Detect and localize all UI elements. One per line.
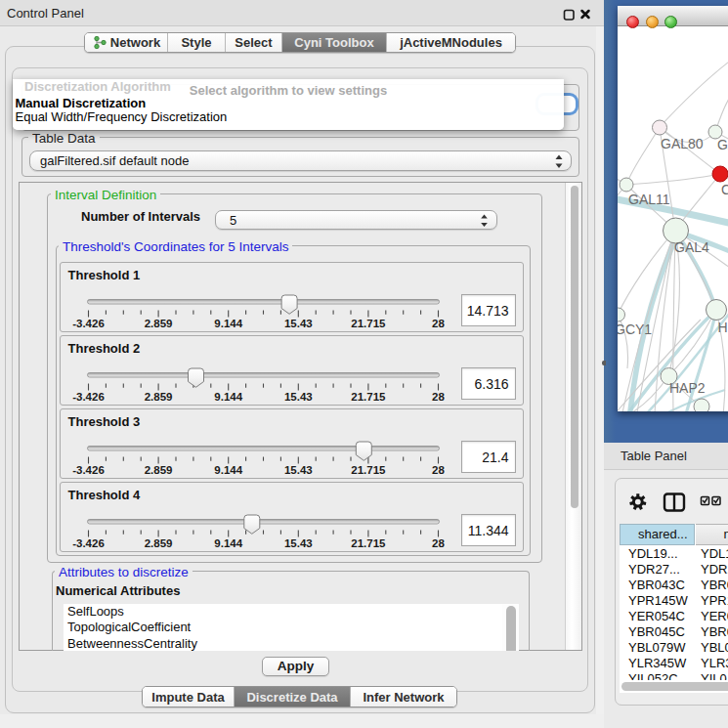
svg-text:C: C [721,182,728,197]
svg-text:GAL4: GAL4 [674,239,709,255]
svg-text:15.43: 15.43 [283,391,312,403]
svg-text:GA: GA [717,137,728,152]
svg-text:2.859: 2.859 [144,464,172,476]
svg-text:15.43: 15.43 [283,464,312,476]
svg-text:2.859: 2.859 [144,537,172,549]
svg-text:15.43: 15.43 [283,318,312,329]
svg-text:9.144: 9.144 [214,537,242,549]
svg-text:28: 28 [432,318,445,329]
svg-text:-3.426: -3.426 [72,318,105,329]
svg-text:2.859: 2.859 [144,318,172,329]
svg-text:21.715: 21.715 [351,391,386,403]
svg-text:28: 28 [432,391,445,403]
svg-text:-3.426: -3.426 [72,464,105,476]
svg-text:HAP2: HAP2 [669,380,706,396]
svg-text:9.144: 9.144 [214,464,242,476]
svg-text:2.859: 2.859 [144,391,172,403]
svg-text:GAL11: GAL11 [628,192,670,207]
svg-text:GAL80: GAL80 [661,136,704,151]
svg-text:H: H [718,320,728,335]
svg-text:28: 28 [432,464,445,476]
svg-text:9.144: 9.144 [214,391,242,403]
svg-text:GCY1: GCY1 [618,321,652,337]
svg-text:9.144: 9.144 [214,318,242,329]
svg-text:21.715: 21.715 [351,318,386,329]
svg-text:21.715: 21.715 [351,537,386,549]
svg-text:-3.426: -3.426 [72,537,105,549]
svg-text:-3.426: -3.426 [72,391,105,403]
svg-text:15.43: 15.43 [283,537,312,549]
svg-text:28: 28 [432,537,445,549]
svg-text:21.715: 21.715 [351,464,386,476]
